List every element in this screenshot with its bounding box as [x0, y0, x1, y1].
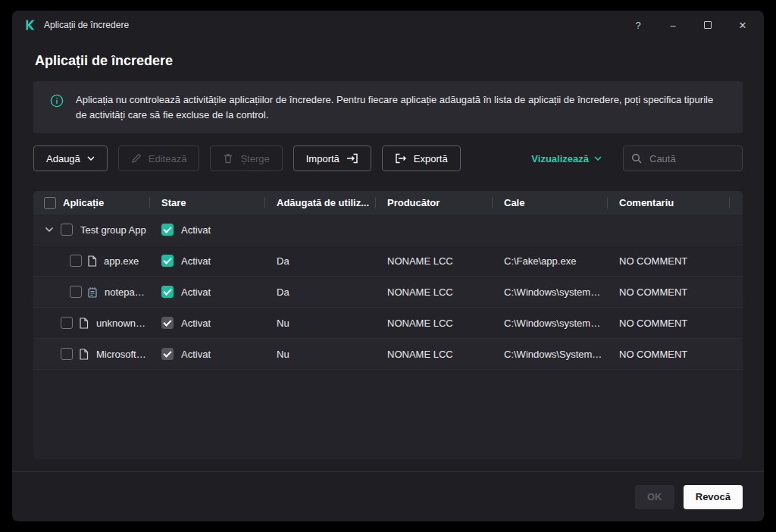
pencil-icon	[131, 153, 142, 164]
applications-table: Aplicație Stare Adăugată de utiliz... Pr…	[33, 191, 743, 459]
table-row[interactable]: notepa… Activat Da NONAME LCC C:\Windows…	[33, 277, 743, 308]
window-title: Aplicații de încredere	[44, 20, 129, 30]
search-box[interactable]	[623, 146, 743, 171]
app-name: Microsoft…	[96, 349, 146, 360]
info-text: Aplicația nu controlează activitățile ap…	[76, 92, 724, 122]
state-checkbox[interactable]	[161, 286, 174, 298]
table-header: Aplicație Stare Adăugată de utiliz... Pr…	[33, 191, 743, 214]
import-button-label: Importă	[306, 153, 340, 164]
state-label: Activat	[181, 255, 211, 267]
state-label: Activat	[181, 349, 211, 360]
table-row[interactable]: unknown… Activat Nu NONAME LCC C:\Window…	[33, 308, 743, 339]
cell-producer: NONAME LCC	[375, 318, 492, 329]
titlebar: Aplicații de încredere ? – ✕	[12, 11, 764, 39]
export-icon	[395, 153, 407, 164]
info-icon	[50, 94, 64, 111]
cell-comment: NO COMMENT	[607, 286, 729, 298]
delete-button[interactable]: Șterge	[210, 146, 282, 171]
row-select-checkbox[interactable]	[61, 317, 73, 329]
row-select-checkbox[interactable]	[61, 224, 73, 236]
search-input[interactable]	[648, 152, 734, 165]
close-button[interactable]: ✕	[734, 16, 752, 34]
trash-icon	[223, 153, 233, 164]
header-cell-spacer	[729, 191, 743, 214]
cell-added: Nu	[264, 318, 375, 329]
header-cell-comment[interactable]: Comentariu	[607, 191, 729, 214]
info-banner: Aplicația nu controlează activitățile ap…	[33, 81, 743, 133]
app-name: notepa…	[105, 286, 145, 298]
edit-button[interactable]: Editează	[118, 146, 200, 171]
help-button[interactable]: ?	[629, 16, 647, 34]
export-button[interactable]: Exportă	[382, 146, 461, 171]
cell-producer: NONAME LCC	[375, 286, 492, 298]
app-window: Aplicații de încredere ? – ✕ Aplicații d…	[12, 11, 764, 521]
column-label-application: Aplicație	[63, 197, 104, 208]
chevron-down-icon[interactable]	[44, 227, 55, 233]
edit-button-label: Editează	[149, 153, 187, 164]
cell-added: Da	[264, 286, 375, 298]
row-select-checkbox[interactable]	[70, 255, 82, 267]
select-all-checkbox[interactable]	[44, 197, 56, 209]
state-label: Activat	[181, 224, 211, 236]
content-area: Aplicații de încredere Aplicația nu cont…	[12, 39, 764, 471]
group-name: Test group App	[80, 224, 146, 236]
export-button-label: Exportă	[414, 153, 448, 164]
notepad-icon	[87, 286, 98, 298]
import-button[interactable]: Importă	[293, 146, 371, 171]
view-dropdown[interactable]: Vizualizează	[531, 153, 602, 164]
cell-producer: NONAME LCC	[375, 255, 492, 267]
cell-added: Nu	[264, 349, 375, 360]
search-icon	[631, 153, 642, 164]
table-row[interactable]: app.exe Activat Da NONAME LCC C:\Fake\ap…	[33, 246, 743, 277]
header-cell-path[interactable]: Cale	[492, 191, 607, 214]
table-row-group[interactable]: Test group App Activat	[33, 214, 743, 246]
header-cell-state[interactable]: Stare	[149, 191, 264, 214]
app-name: app.exe	[104, 255, 139, 267]
chevron-down-icon	[594, 156, 602, 161]
cell-path: C:\Fake\app.exe	[492, 255, 607, 267]
minimize-button[interactable]: –	[664, 16, 682, 34]
file-icon	[79, 318, 89, 329]
add-button-label: Adaugă	[46, 153, 80, 164]
state-checkbox[interactable]	[161, 224, 174, 236]
table-row[interactable]: Microsoft… Activat Nu NONAME LCC C:\Wind…	[33, 339, 743, 370]
state-checkbox[interactable]	[161, 255, 174, 267]
state-checkbox[interactable]	[161, 348, 174, 360]
header-cell-application: Aplicație	[33, 197, 149, 209]
file-icon	[87, 255, 97, 267]
maximize-button[interactable]	[699, 16, 717, 34]
cancel-button[interactable]: Revocă	[684, 485, 743, 509]
row-select-checkbox[interactable]	[70, 286, 82, 298]
cell-path: C:\Windows\System…	[492, 349, 607, 360]
add-button[interactable]: Adaugă	[33, 146, 108, 171]
cell-comment: NO COMMENT	[607, 349, 729, 360]
maximize-icon	[704, 21, 712, 29]
cell-path: C:\Windows\system…	[492, 318, 607, 329]
footer: OK Revocă	[12, 471, 764, 521]
file-icon	[79, 349, 89, 360]
ok-button[interactable]: OK	[635, 485, 674, 509]
delete-button-label: Șterge	[240, 153, 269, 164]
kaspersky-logo-icon	[24, 19, 36, 31]
header-cell-added-by-user[interactable]: Adăugată de utiliz...	[264, 191, 375, 214]
import-icon	[346, 153, 358, 164]
row-select-checkbox[interactable]	[61, 348, 73, 360]
state-label: Activat	[181, 318, 211, 329]
cell-comment: NO COMMENT	[607, 255, 729, 267]
cell-producer: NONAME LCC	[375, 349, 492, 360]
state-label: Activat	[181, 286, 211, 298]
cell-added: Da	[264, 255, 375, 267]
view-dropdown-label: Vizualizează	[531, 153, 589, 164]
chevron-down-icon	[87, 156, 95, 161]
cell-path: C:\Windows\system…	[492, 286, 607, 298]
page-title: Aplicații de încredere	[35, 53, 743, 69]
toolbar: Adaugă Editează Șterge Importă	[33, 146, 743, 171]
app-name: unknown…	[96, 318, 146, 329]
state-checkbox[interactable]	[161, 317, 174, 329]
cell-comment: NO COMMENT	[607, 318, 729, 329]
header-cell-producer[interactable]: Producător	[375, 191, 492, 214]
